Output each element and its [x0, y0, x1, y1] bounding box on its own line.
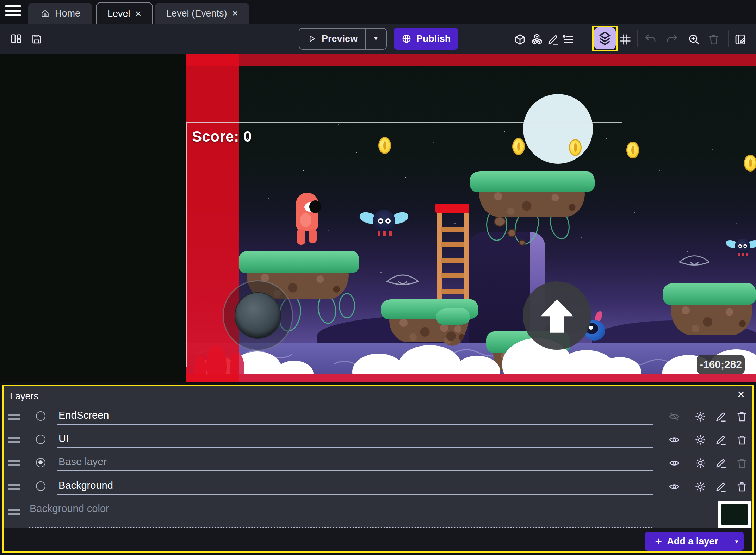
layers-panel: Layers × EndScreen UI Base layer: [2, 385, 754, 553]
delete-layer-icon[interactable]: [736, 481, 748, 493]
drag-handle-icon: [8, 509, 20, 518]
coin-sprite[interactable]: [744, 155, 756, 172]
tab-home[interactable]: Home: [28, 3, 92, 24]
preview-label: Preview: [322, 33, 358, 44]
close-icon[interactable]: ×: [737, 388, 745, 401]
field-underline: [57, 424, 653, 425]
chevron-down-icon: ▼: [734, 538, 739, 544]
tab-level-label: Level: [107, 8, 130, 19]
globe-icon: [401, 33, 412, 44]
drag-handle-icon[interactable]: [8, 414, 20, 422]
edit-tool-icon[interactable]: [547, 33, 559, 46]
layer-radio[interactable]: [36, 411, 45, 421]
close-icon[interactable]: ×: [135, 8, 142, 19]
eye-icon[interactable]: [668, 481, 680, 493]
preview-button[interactable]: Preview ▼: [299, 28, 387, 50]
fly-enemy-sprite[interactable]: [726, 237, 756, 258]
background-color-swatch[interactable]: [718, 501, 751, 528]
cursor-coordinates-tooltip: -160;282: [697, 355, 745, 374]
play-icon: [307, 34, 317, 44]
drag-handle-icon[interactable]: [8, 437, 20, 445]
tab-level-events[interactable]: Level (Events) ×: [155, 3, 249, 24]
layer-radio[interactable]: [36, 435, 45, 444]
add-layer-label: Add a layer: [667, 536, 718, 547]
edit-layer-icon[interactable]: [715, 411, 727, 423]
close-icon[interactable]: ×: [232, 8, 238, 19]
virtual-joystick-control[interactable]: [223, 280, 293, 351]
layer-name-field[interactable]: Background: [58, 480, 113, 491]
layer-row-background: Background: [4, 476, 752, 498]
joystick-knob[interactable]: [235, 292, 281, 339]
jump-button-control[interactable]: [523, 281, 591, 350]
sun-lighting-icon[interactable]: [694, 434, 706, 446]
layer-row-base-layer: Base layer: [4, 452, 752, 474]
delete-layer-icon[interactable]: [736, 411, 748, 423]
tab-level-events-label: Level (Events): [166, 8, 227, 19]
red-border-bottom: [186, 374, 756, 382]
scene-canvas[interactable]: Score: 0 -160;282: [0, 54, 756, 382]
layer-radio-selected[interactable]: [36, 458, 45, 467]
layer-radio[interactable]: [36, 481, 45, 491]
chevron-down-icon: ▼: [373, 36, 379, 42]
zoom-in-icon[interactable]: [688, 33, 700, 46]
layers-panel-title: Layers: [10, 391, 38, 402]
coin-sprite[interactable]: [626, 142, 639, 158]
layer-row-ui: UI: [4, 429, 752, 451]
objects-panel-icon[interactable]: [514, 33, 526, 46]
background-color-label: Background color: [30, 503, 109, 515]
arrow-up-icon: [537, 295, 577, 336]
preview-dropdown[interactable]: ▼: [365, 29, 386, 49]
sun-lighting-icon[interactable]: [694, 481, 706, 493]
instances-panel-icon[interactable]: [531, 33, 543, 46]
score-hud-text: Score: 0: [192, 128, 252, 145]
field-underline: [57, 447, 653, 448]
layers-panel-button-highlight: [592, 26, 618, 51]
drag-handle-icon[interactable]: [8, 460, 20, 469]
undo-icon[interactable]: [644, 33, 657, 46]
delete-icon[interactable]: [707, 33, 720, 46]
delete-layer-icon[interactable]: [736, 434, 748, 446]
toolbar-divider: [637, 30, 638, 47]
layer-name-field[interactable]: EndScreen: [58, 410, 109, 421]
background-color-row: Background color: [4, 498, 752, 528]
redo-icon[interactable]: [665, 33, 678, 46]
publish-label: Publish: [416, 33, 451, 44]
edit-scene-events-icon[interactable]: [734, 33, 746, 46]
save-icon[interactable]: [30, 32, 43, 45]
home-icon: [40, 8, 50, 18]
edit-layer-icon[interactable]: [715, 481, 727, 493]
plus-icon: +: [655, 535, 662, 548]
edit-layer-icon[interactable]: [715, 457, 727, 469]
edit-layer-icon[interactable]: [715, 434, 727, 446]
add-layer-button[interactable]: + Add a layer ▼: [645, 532, 744, 551]
eye-decoration: [678, 252, 711, 270]
field-underline: [57, 470, 653, 471]
publish-button[interactable]: Publish: [394, 28, 458, 50]
layer-name-field[interactable]: UI: [58, 433, 69, 444]
properties-panel-icon[interactable]: [562, 33, 574, 46]
eye-off-icon[interactable]: [668, 411, 680, 423]
tab-level[interactable]: Level ×: [96, 2, 153, 25]
layers-icon: [597, 31, 613, 46]
editor-void: [0, 54, 186, 382]
add-layer-dropdown[interactable]: ▼: [729, 532, 744, 551]
sun-lighting-icon[interactable]: [694, 411, 706, 423]
menu-icon[interactable]: [5, 5, 21, 19]
editor-toolbar: Preview ▼ Publish: [0, 24, 756, 54]
eye-icon[interactable]: [668, 457, 680, 469]
drag-handle-icon[interactable]: [8, 484, 20, 492]
layers-panel-button[interactable]: [594, 27, 616, 49]
delete-layer-icon-disabled: [736, 457, 748, 469]
tab-home-label: Home: [55, 8, 80, 19]
tab-bar: Home Level × Level (Events) ×: [0, 0, 756, 24]
grid-icon[interactable]: [619, 33, 632, 46]
panel-footer: + Add a layer ▼: [4, 528, 752, 551]
layer-row-endscreen: EndScreen: [4, 406, 752, 428]
field-underline: [57, 494, 653, 495]
eye-icon[interactable]: [668, 434, 680, 446]
red-border-top: [186, 54, 756, 66]
layout-panels-icon[interactable]: [10, 32, 23, 45]
layer-name-field[interactable]: Base layer: [58, 456, 107, 468]
sun-lighting-icon[interactable]: [694, 457, 706, 469]
toolbar-divider: [728, 30, 729, 47]
